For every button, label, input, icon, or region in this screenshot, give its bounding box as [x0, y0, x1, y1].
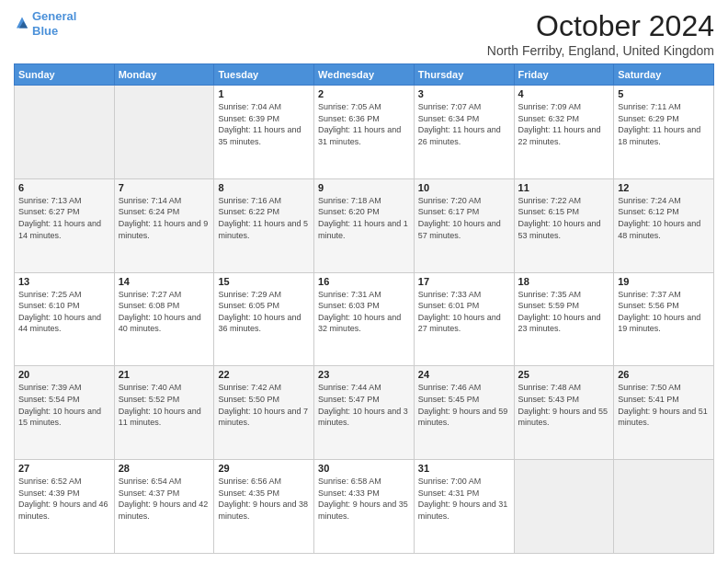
day-number: 2: [318, 88, 410, 99]
day-info: Sunrise: 7:40 AMSunset: 5:52 PMDaylight:…: [119, 382, 210, 428]
day-number: 15: [218, 276, 310, 287]
day-info: Sunrise: 7:42 AMSunset: 5:50 PMDaylight:…: [218, 382, 310, 428]
calendar-cell: 1Sunrise: 7:04 AMSunset: 6:39 PMDaylight…: [214, 86, 314, 179]
calendar-cell: 25Sunrise: 7:48 AMSunset: 5:43 PMDayligh…: [514, 366, 614, 460]
calendar-cell: 8Sunrise: 7:16 AMSunset: 6:22 PMDaylight…: [214, 178, 314, 272]
day-info: Sunrise: 7:24 AMSunset: 6:12 PMDaylight:…: [618, 195, 710, 241]
day-number: 20: [18, 369, 110, 380]
calendar-cell: 9Sunrise: 7:18 AMSunset: 6:20 PMDaylight…: [314, 178, 415, 272]
calendar-cell: 22Sunrise: 7:42 AMSunset: 5:50 PMDayligh…: [214, 366, 314, 460]
day-info: Sunrise: 7:13 AMSunset: 6:27 PMDaylight:…: [18, 195, 110, 241]
calendar-cell: 7Sunrise: 7:14 AMSunset: 6:24 PMDaylight…: [114, 178, 214, 272]
day-number: 6: [18, 182, 110, 193]
calendar-cell: 10Sunrise: 7:20 AMSunset: 6:17 PMDayligh…: [414, 178, 514, 272]
logo-text: General Blue: [32, 9, 76, 38]
day-info: Sunrise: 7:33 AMSunset: 6:01 PMDaylight:…: [418, 289, 510, 335]
day-info: Sunrise: 7:39 AMSunset: 5:54 PMDaylight:…: [18, 382, 110, 428]
calendar-cell: [15, 86, 115, 179]
day-of-week-header: Thursday: [414, 64, 514, 86]
calendar-cell: 27Sunrise: 6:52 AMSunset: 4:39 PMDayligh…: [15, 460, 115, 554]
calendar-week-row: 13Sunrise: 7:25 AMSunset: 6:10 PMDayligh…: [15, 272, 714, 366]
calendar-cell: 31Sunrise: 7:00 AMSunset: 4:31 PMDayligh…: [414, 460, 514, 554]
day-info: Sunrise: 7:18 AMSunset: 6:20 PMDaylight:…: [318, 195, 410, 241]
day-number: 16: [318, 276, 410, 287]
calendar-cell: 15Sunrise: 7:29 AMSunset: 6:05 PMDayligh…: [214, 272, 314, 366]
calendar-cell: 16Sunrise: 7:31 AMSunset: 6:03 PMDayligh…: [314, 272, 415, 366]
day-number: 29: [218, 463, 310, 474]
calendar-cell: [614, 460, 714, 554]
day-number: 23: [318, 369, 410, 380]
logo-icon: [14, 16, 30, 32]
day-info: Sunrise: 6:54 AMSunset: 4:37 PMDaylight:…: [119, 476, 210, 522]
day-number: 8: [218, 182, 310, 193]
day-number: 4: [518, 88, 610, 99]
day-info: Sunrise: 7:31 AMSunset: 6:03 PMDaylight:…: [318, 289, 410, 335]
day-info: Sunrise: 7:22 AMSunset: 6:15 PMDaylight:…: [518, 195, 610, 241]
calendar-week-row: 1Sunrise: 7:04 AMSunset: 6:39 PMDaylight…: [15, 86, 714, 179]
logo-line2: Blue: [32, 24, 58, 38]
day-number: 28: [119, 463, 210, 474]
day-number: 17: [418, 276, 510, 287]
day-number: 1: [218, 88, 310, 99]
day-info: Sunrise: 7:37 AMSunset: 5:56 PMDaylight:…: [618, 289, 710, 335]
day-info: Sunrise: 7:00 AMSunset: 4:31 PMDaylight:…: [418, 476, 510, 522]
day-info: Sunrise: 7:27 AMSunset: 6:08 PMDaylight:…: [119, 289, 210, 335]
calendar-cell: 6Sunrise: 7:13 AMSunset: 6:27 PMDaylight…: [15, 178, 115, 272]
day-number: 21: [119, 369, 210, 380]
day-info: Sunrise: 7:04 AMSunset: 6:39 PMDaylight:…: [218, 101, 310, 147]
day-of-week-header: Tuesday: [214, 64, 314, 86]
day-info: Sunrise: 7:25 AMSunset: 6:10 PMDaylight:…: [18, 289, 110, 335]
day-info: Sunrise: 7:44 AMSunset: 5:47 PMDaylight:…: [318, 382, 410, 428]
day-info: Sunrise: 7:14 AMSunset: 6:24 PMDaylight:…: [119, 195, 210, 241]
calendar-cell: 3Sunrise: 7:07 AMSunset: 6:34 PMDaylight…: [414, 86, 514, 179]
day-number: 7: [119, 182, 210, 193]
day-info: Sunrise: 7:29 AMSunset: 6:05 PMDaylight:…: [218, 289, 310, 335]
subtitle: North Ferriby, England, United Kingdom: [487, 43, 714, 58]
day-number: 10: [418, 182, 510, 193]
day-info: Sunrise: 7:46 AMSunset: 5:45 PMDaylight:…: [418, 382, 510, 428]
day-number: 14: [119, 276, 210, 287]
day-number: 12: [618, 182, 710, 193]
calendar-cell: 12Sunrise: 7:24 AMSunset: 6:12 PMDayligh…: [614, 178, 714, 272]
calendar-week-row: 20Sunrise: 7:39 AMSunset: 5:54 PMDayligh…: [15, 366, 714, 460]
day-info: Sunrise: 7:50 AMSunset: 5:41 PMDaylight:…: [618, 382, 710, 428]
calendar-cell: 11Sunrise: 7:22 AMSunset: 6:15 PMDayligh…: [514, 178, 614, 272]
day-info: Sunrise: 7:48 AMSunset: 5:43 PMDaylight:…: [518, 382, 610, 428]
day-of-week-header: Friday: [514, 64, 614, 86]
calendar-cell: 29Sunrise: 6:56 AMSunset: 4:35 PMDayligh…: [214, 460, 314, 554]
calendar-cell: 18Sunrise: 7:35 AMSunset: 5:59 PMDayligh…: [514, 272, 614, 366]
day-info: Sunrise: 6:58 AMSunset: 4:33 PMDaylight:…: [318, 476, 410, 522]
logo-line1: General: [32, 9, 76, 23]
day-info: Sunrise: 7:09 AMSunset: 6:32 PMDaylight:…: [518, 101, 610, 147]
calendar-cell: 2Sunrise: 7:05 AMSunset: 6:36 PMDaylight…: [314, 86, 415, 179]
day-number: 5: [618, 88, 710, 99]
day-info: Sunrise: 6:52 AMSunset: 4:39 PMDaylight:…: [18, 476, 110, 522]
calendar-cell: [114, 86, 214, 179]
day-info: Sunrise: 7:20 AMSunset: 6:17 PMDaylight:…: [418, 195, 510, 241]
calendar-cell: 20Sunrise: 7:39 AMSunset: 5:54 PMDayligh…: [15, 366, 115, 460]
calendar-cell: 28Sunrise: 6:54 AMSunset: 4:37 PMDayligh…: [114, 460, 214, 554]
calendar-cell: 14Sunrise: 7:27 AMSunset: 6:08 PMDayligh…: [114, 272, 214, 366]
day-info: Sunrise: 7:05 AMSunset: 6:36 PMDaylight:…: [318, 101, 410, 147]
calendar-cell: 13Sunrise: 7:25 AMSunset: 6:10 PMDayligh…: [15, 272, 115, 366]
day-number: 13: [18, 276, 110, 287]
day-of-week-header: Saturday: [614, 64, 714, 86]
title-block: October 2024 North Ferriby, England, Uni…: [487, 9, 714, 58]
main-title: October 2024: [487, 9, 714, 43]
header: General Blue October 2024 North Ferriby,…: [14, 9, 714, 58]
day-number: 25: [518, 369, 610, 380]
day-number: 18: [518, 276, 610, 287]
day-number: 9: [318, 182, 410, 193]
calendar-week-row: 27Sunrise: 6:52 AMSunset: 4:39 PMDayligh…: [15, 460, 714, 554]
calendar-cell: 21Sunrise: 7:40 AMSunset: 5:52 PMDayligh…: [114, 366, 214, 460]
logo: General Blue: [14, 9, 76, 38]
day-number: 30: [318, 463, 410, 474]
calendar-cell: 23Sunrise: 7:44 AMSunset: 5:47 PMDayligh…: [314, 366, 415, 460]
day-info: Sunrise: 6:56 AMSunset: 4:35 PMDaylight:…: [218, 476, 310, 522]
day-number: 24: [418, 369, 510, 380]
day-number: 3: [418, 88, 510, 99]
calendar-cell: 4Sunrise: 7:09 AMSunset: 6:32 PMDaylight…: [514, 86, 614, 179]
calendar-cell: [514, 460, 614, 554]
calendar-cell: 26Sunrise: 7:50 AMSunset: 5:41 PMDayligh…: [614, 366, 714, 460]
day-number: 19: [618, 276, 710, 287]
